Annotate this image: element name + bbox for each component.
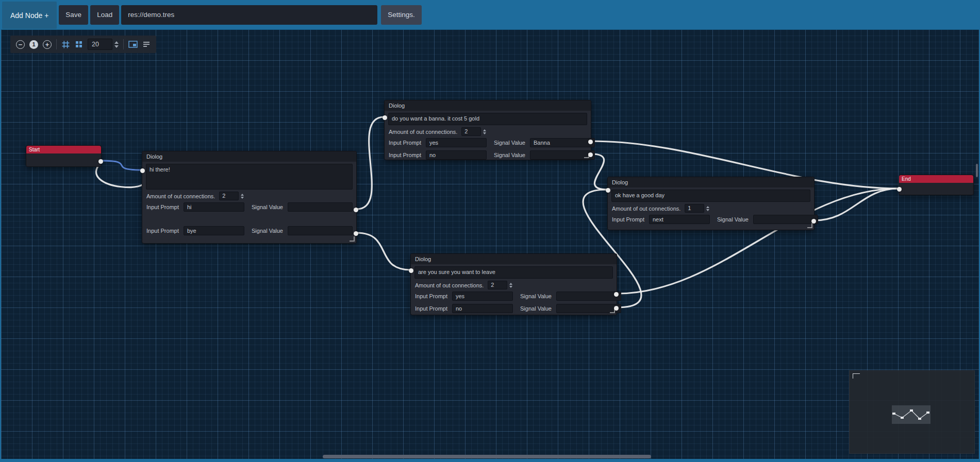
amount-label: Amount of out connections. bbox=[612, 206, 680, 212]
graph-node-n4[interactable]: Diologare you sure you want to leaveAmou… bbox=[410, 253, 617, 315]
signal-value-field[interactable] bbox=[288, 202, 353, 212]
output-port[interactable] bbox=[614, 306, 619, 311]
output-port[interactable] bbox=[588, 152, 593, 157]
signal-value-label: Signal Value bbox=[252, 204, 285, 210]
minimap[interactable] bbox=[849, 370, 975, 454]
signal-value-label: Signal Value bbox=[252, 228, 285, 234]
spin-arrows[interactable] bbox=[114, 41, 119, 48]
snap-grid-icon[interactable] bbox=[61, 40, 70, 49]
horizontal-scrollbar-thumb[interactable] bbox=[323, 455, 651, 458]
dialog-text-input[interactable]: ok have a good day bbox=[611, 190, 810, 202]
spin-up-icon[interactable] bbox=[483, 129, 486, 131]
graph-node-n3[interactable]: Diologdo you want a banna. it cost 5 gol… bbox=[384, 100, 591, 160]
amount-spinbox[interactable]: 2 bbox=[488, 281, 512, 289]
output-port[interactable] bbox=[354, 208, 358, 212]
snap-squares-icon[interactable] bbox=[75, 40, 83, 48]
graph-node-end[interactable]: End bbox=[899, 175, 974, 195]
spin-down-icon[interactable] bbox=[483, 132, 486, 134]
load-button[interactable]: Load bbox=[90, 5, 119, 25]
node-body bbox=[26, 153, 101, 166]
spin-up-icon[interactable] bbox=[509, 283, 512, 285]
spin-down-icon[interactable] bbox=[241, 197, 244, 199]
signal-value-label: Signal Value bbox=[494, 140, 527, 146]
input-prompt-field[interactable]: yes bbox=[452, 292, 513, 301]
amount-spinbox[interactable]: 2 bbox=[461, 127, 486, 136]
node-title[interactable]: Diolog bbox=[385, 100, 591, 111]
amount-label: Amount of out connections. bbox=[389, 129, 457, 135]
snap-amount-value[interactable]: 20 bbox=[88, 39, 112, 50]
snap-amount-spinbox[interactable]: 20 bbox=[88, 39, 119, 50]
graph-node-n5[interactable]: Diologok have a good dayAmount of out co… bbox=[607, 177, 815, 230]
node-body bbox=[899, 183, 973, 195]
input-prompt-field[interactable]: yes bbox=[426, 138, 487, 147]
resource-path-input[interactable]: res://demo.tres bbox=[121, 5, 377, 25]
input-port[interactable] bbox=[409, 268, 413, 273]
zoom-reset-icon[interactable]: 1 bbox=[29, 40, 38, 49]
amount-row: Amount of out connections.2 bbox=[146, 192, 352, 200]
toolbar-separator bbox=[56, 39, 57, 49]
settings-button[interactable]: Settings. bbox=[381, 5, 422, 25]
spin-arrows[interactable] bbox=[509, 283, 512, 288]
input-port[interactable] bbox=[606, 188, 610, 193]
node-resize-handle[interactable] bbox=[350, 236, 355, 242]
signal-value-label: Signal Value bbox=[494, 152, 527, 158]
input-port[interactable] bbox=[383, 115, 387, 120]
spin-up-icon[interactable] bbox=[241, 194, 244, 196]
dialog-text-input[interactable]: hi there! bbox=[146, 164, 353, 190]
input-port[interactable] bbox=[140, 168, 145, 173]
spin-arrows[interactable] bbox=[706, 206, 709, 211]
input-prompt-field[interactable]: no bbox=[426, 150, 487, 160]
zoom-out-icon[interactable]: − bbox=[16, 40, 25, 49]
amount-spinbox[interactable]: 1 bbox=[685, 204, 709, 213]
arrange-nodes-icon[interactable] bbox=[142, 41, 151, 48]
output-port[interactable] bbox=[354, 231, 358, 236]
dialog-text-input[interactable]: are you sure you want to leave bbox=[414, 266, 613, 279]
spin-down-icon[interactable] bbox=[706, 209, 709, 211]
amount-value: 2 bbox=[488, 281, 507, 289]
minimap-toggle-icon[interactable] bbox=[128, 41, 138, 48]
spin-arrows[interactable] bbox=[241, 194, 244, 199]
node-title[interactable]: Diolog bbox=[411, 254, 617, 264]
signal-value-field[interactable]: Banna bbox=[530, 138, 595, 147]
signal-value-field[interactable] bbox=[556, 292, 621, 301]
save-button[interactable]: Save bbox=[59, 5, 88, 25]
add-node-button[interactable]: Add Node + bbox=[2, 2, 57, 29]
input-port[interactable] bbox=[897, 187, 902, 192]
input-prompt-field[interactable]: next bbox=[649, 215, 710, 224]
zoom-in-icon[interactable]: + bbox=[43, 40, 52, 49]
prompt-row: Input PromptnextSignal Value bbox=[612, 215, 810, 224]
node-title[interactable]: End bbox=[899, 175, 973, 183]
amount-spinbox[interactable]: 2 bbox=[219, 192, 244, 200]
graph-canvas[interactable] bbox=[1, 29, 979, 459]
app-window: Add Node + Save Load res://demo.tres Set… bbox=[0, 0, 980, 462]
dialog-text-input[interactable]: do you want a banna. it cost 5 gold bbox=[388, 113, 587, 125]
amount-label: Amount of out connections. bbox=[146, 193, 215, 199]
spin-up-icon[interactable] bbox=[706, 206, 709, 208]
output-port[interactable] bbox=[588, 140, 593, 144]
spin-arrows[interactable] bbox=[483, 129, 486, 134]
graph-node-start[interactable]: Start bbox=[26, 145, 102, 167]
input-prompt-field[interactable]: no bbox=[452, 304, 513, 313]
spin-up-icon[interactable] bbox=[114, 41, 119, 44]
input-prompt-field[interactable]: bye bbox=[184, 226, 244, 235]
output-port[interactable] bbox=[614, 292, 619, 297]
spin-down-icon[interactable] bbox=[114, 45, 119, 48]
node-resize-handle[interactable] bbox=[807, 223, 812, 228]
prompt-row: Input PromptyesSignal ValueBanna bbox=[389, 138, 587, 147]
input-prompt-label: Input Prompt bbox=[612, 216, 646, 223]
minimap-resizer-icon[interactable] bbox=[853, 373, 860, 379]
node-title[interactable]: Diolog bbox=[142, 151, 356, 162]
output-port[interactable] bbox=[811, 219, 816, 224]
prompt-row: Input PromptbyeSignal Value bbox=[146, 226, 352, 235]
spin-down-icon[interactable] bbox=[509, 286, 512, 288]
toolbar-separator bbox=[123, 39, 124, 49]
prompt-row: Input PromptnoSignal Value bbox=[415, 304, 612, 313]
vertical-scrollbar-thumb[interactable] bbox=[976, 164, 978, 177]
signal-value-field[interactable] bbox=[288, 226, 353, 235]
node-title[interactable]: Diolog bbox=[608, 177, 814, 187]
node-title[interactable]: Start bbox=[26, 146, 101, 153]
input-prompt-field[interactable]: hi bbox=[184, 202, 244, 212]
graph-node-d1[interactable]: Diologhi there!Amount of out connections… bbox=[142, 151, 357, 244]
prompt-row: Input PrompthiSignal Value bbox=[146, 202, 352, 212]
output-port[interactable] bbox=[98, 159, 103, 164]
